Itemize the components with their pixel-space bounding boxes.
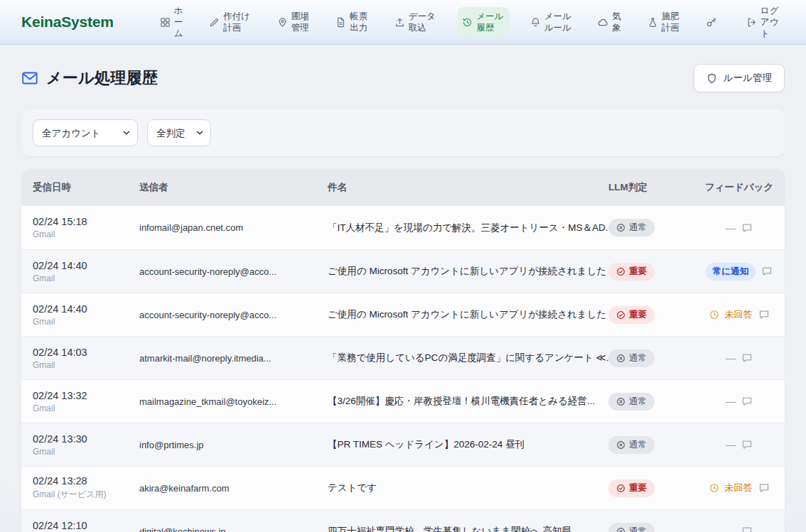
judgment-cell: 通常 [608, 393, 694, 411]
nav-item-key[interactable] [701, 13, 726, 31]
circle-check-icon [616, 310, 625, 320]
table-row[interactable]: 02/24 14:40 Gmail account-security-norep… [21, 293, 785, 336]
nav-label-fertilizer-plan: 施肥計画 [662, 11, 681, 34]
col-header-llm-judgment: LLM判定 [608, 181, 694, 194]
nav-item-fertilizer-plan[interactable]: 施肥計画 [643, 7, 686, 38]
col-header-sender: 送信者 [139, 181, 328, 194]
nav-item-planting-plan[interactable]: 作付け計画 [204, 7, 257, 38]
nav-label-data-import: データ取込 [409, 11, 437, 34]
received-cell: 02/24 13:32 Gmail [33, 390, 139, 413]
llm-judgment-badge: 通常 [608, 523, 655, 532]
comment-bubble-icon[interactable] [741, 526, 753, 532]
feedback-cell: — [694, 396, 785, 407]
subject-text: 「IT人材不足」を現場の力で解決。三菱オートリース・MS＆AD... [328, 222, 608, 234]
received-datetime: 02/24 14:40 [33, 260, 139, 271]
shield-icon [706, 73, 717, 84]
account-label: Gmail [33, 447, 139, 457]
account-filter-select[interactable]: 全アカウント [33, 119, 138, 146]
account-label: Gmail [33, 317, 139, 327]
circle-x-icon [616, 354, 625, 363]
nav-item-home[interactable]: ホーム [155, 1, 189, 43]
circle-check-icon [616, 484, 625, 493]
table-row[interactable]: 02/24 14:03 Gmail atmarkit-mail@noreply.… [21, 336, 785, 379]
account-label: Gmail [33, 229, 139, 239]
mail-history-table: 受信日時 送信者 件名 LLM判定 フィードバック 02/24 15:18 Gm… [21, 169, 785, 532]
feedback-label: — [726, 222, 736, 234]
sender-email: info@prtimes.jp [139, 440, 328, 450]
col-header-feedback: フィードバック [694, 181, 785, 194]
received-cell: 02/24 13:30 Gmail [33, 433, 139, 457]
subject-text: 「業務で使用しているPCの満足度調査」に関するアンケート ≪... [328, 352, 608, 364]
llm-judgment-label: 通常 [629, 352, 647, 364]
comment-bubble-icon[interactable] [741, 222, 753, 234]
table-row[interactable]: 02/24 13:28 Gmail (サービス用) akira@keinafar… [21, 466, 785, 509]
feedback-label: 未回答 [725, 482, 753, 494]
main-nav: ホーム 作付け計画 圃場管理 帳票出力 データ取込 メール履歴 メールルール [155, 1, 785, 43]
nav-label-home: ホーム [174, 5, 184, 40]
col-header-subject: 件名 [328, 181, 608, 194]
circle-x-icon [616, 223, 625, 232]
nav-item-logout[interactable]: ログアウト [741, 1, 785, 43]
llm-judgment-badge: 通常 [608, 349, 655, 367]
nav-item-mail-history[interactable]: メール履歴 [457, 7, 510, 38]
nav-item-weather[interactable]: 気象 [593, 7, 627, 38]
judgment-cell: 重要 [608, 306, 694, 324]
flask-icon [648, 17, 658, 28]
subject-text: ご使用の Microsoft アカウントに新しいアプリが接続されました [328, 308, 608, 321]
comment-bubble-icon[interactable] [758, 309, 770, 320]
sender-email: infomail@japan.cnet.com [139, 222, 328, 233]
comment-bubble-icon[interactable] [741, 439, 753, 450]
feedback-cell: 未回答 [694, 482, 785, 494]
table-row[interactable]: 02/24 13:30 Gmail info@prtimes.jp 【PR TI… [21, 423, 785, 466]
upload-icon [394, 17, 405, 28]
received-datetime: 02/24 14:40 [33, 303, 139, 315]
feedback-cell: — [694, 439, 785, 450]
document-icon [335, 17, 346, 28]
table-row[interactable]: 02/24 12:10 digital@kochinews.jp 四万十福祉専門… [21, 509, 785, 532]
app-header: KeinaSystem ホーム 作付け計画 圃場管理 帳票出力 データ取込 メー… [0, 0, 806, 45]
received-datetime: 02/24 14:03 [33, 347, 139, 358]
llm-judgment-label: 重要 [629, 309, 647, 321]
llm-judgment-label: 通常 [629, 526, 647, 532]
page-title: メール処理履歴 [46, 67, 158, 89]
sender-email: account-security-noreply@acco... [139, 266, 328, 277]
received-datetime: 02/24 15:18 [33, 216, 139, 227]
comment-bubble-icon[interactable] [761, 266, 773, 277]
comment-bubble-icon[interactable] [741, 352, 753, 364]
nav-label-weather: 気象 [612, 11, 622, 34]
rule-manage-button[interactable]: ルール管理 [694, 64, 785, 92]
subject-text: 【PR TIMES ヘッドライン】2026-02-24 昼刊 [328, 438, 608, 451]
received-cell: 02/24 14:40 Gmail [33, 260, 139, 283]
table-row[interactable]: 02/24 15:18 Gmail infomail@japan.cnet.co… [21, 206, 785, 249]
llm-judgment-badge: 通常 [608, 393, 655, 411]
circle-x-icon [616, 527, 625, 532]
llm-judgment-badge: 重要 [608, 263, 655, 281]
feedback-label: 未回答 [725, 308, 753, 321]
received-datetime: 02/24 13:32 [33, 390, 139, 401]
table-row[interactable]: 02/24 14:40 Gmail account-security-norep… [21, 249, 785, 293]
pencil-icon [209, 17, 220, 28]
nav-item-field-management[interactable]: 圃場管理 [272, 7, 316, 38]
sender-email: account-security-noreply@acco... [139, 310, 328, 320]
llm-judgment-label: 重要 [629, 266, 647, 278]
received-datetime: 02/24 13:30 [33, 433, 139, 445]
sender-email: akira@keinafarm.com [139, 483, 328, 494]
comment-bubble-icon[interactable] [741, 396, 753, 407]
judgment-cell: 通常 [608, 436, 694, 454]
nav-item-data-import[interactable]: データ取込 [389, 7, 442, 38]
nav-label-planting-plan: 作付け計画 [223, 11, 252, 34]
table-row[interactable]: 02/24 13:32 Gmail mailmagazine_tkmail@to… [21, 379, 785, 423]
sender-email: atmarkit-mail@noreply.itmedia... [139, 353, 328, 364]
account-filter: 全アカウント [33, 119, 138, 146]
received-cell: 02/24 14:03 Gmail [33, 347, 139, 370]
comment-bubble-icon[interactable] [758, 482, 770, 494]
nav-item-mail-rules[interactable]: メールルール [525, 7, 578, 38]
account-label: Gmail (サービス用) [33, 489, 139, 501]
judgment-filter-select[interactable]: 全判定 [147, 119, 211, 146]
llm-judgment-label: 重要 [629, 482, 647, 494]
nav-label-logout: ログアウト [761, 5, 780, 40]
logout-icon [746, 17, 757, 28]
nav-item-report-output[interactable]: 帳票出力 [331, 7, 374, 38]
col-header-received: 受信日時 [33, 181, 139, 194]
brand-logo[interactable]: KeinaSystem [21, 13, 114, 31]
